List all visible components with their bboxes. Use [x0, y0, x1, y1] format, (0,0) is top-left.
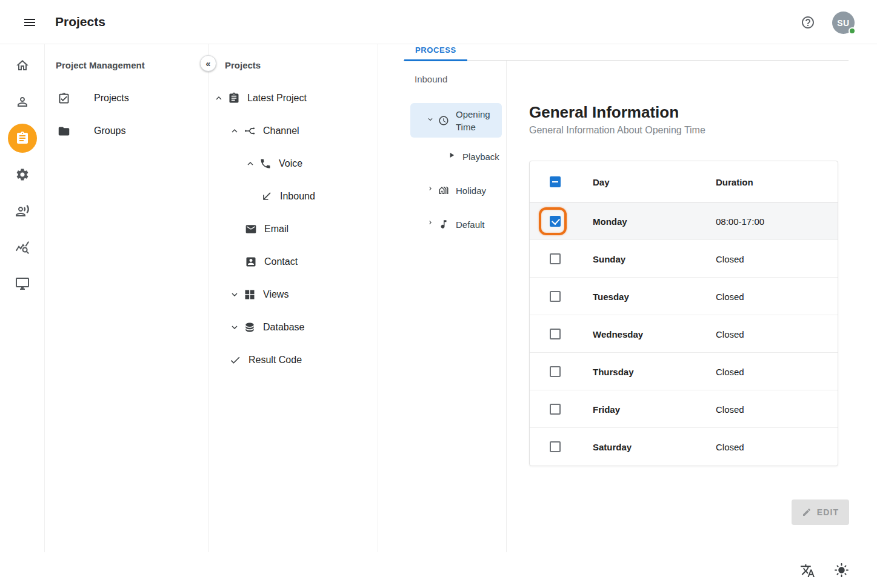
chevron-up-icon[interactable] — [213, 93, 224, 104]
chevron-right-icon[interactable] — [427, 219, 434, 230]
tree-item-channel[interactable]: Channel — [208, 115, 378, 147]
menu-button[interactable] — [22, 15, 37, 30]
day-cell: Thursday — [593, 366, 634, 376]
tree-item-email[interactable]: Email — [208, 213, 378, 246]
tree-item-inbound[interactable]: Inbound — [208, 180, 378, 213]
tree-item-voice[interactable]: Voice — [208, 147, 378, 180]
chevron-down-icon[interactable] — [229, 322, 240, 333]
clipboard-check-icon — [58, 92, 70, 105]
tree-item-latest-project[interactable]: Latest Project — [208, 82, 378, 115]
process-item-label: Opening Time — [456, 108, 497, 133]
process-item-holiday[interactable]: Holiday — [378, 173, 506, 207]
process-item-playback[interactable]: Playback — [378, 139, 506, 173]
contact-card-icon — [245, 256, 257, 268]
person-icon — [15, 95, 30, 109]
row-checkbox[interactable] — [550, 216, 561, 227]
rail-item-statistics[interactable] — [0, 229, 44, 266]
chevron-up-icon[interactable] — [245, 158, 256, 169]
process-item-default[interactable]: Default — [378, 207, 506, 241]
process-item-opening-time[interactable]: Opening Time — [410, 103, 502, 138]
rail-item-projects[interactable] — [0, 120, 44, 156]
holiday-village-icon — [438, 185, 449, 196]
table-row-saturday[interactable]: Saturday Closed — [530, 428, 838, 466]
row-checkbox[interactable] — [550, 329, 561, 339]
duration-cell: Closed — [716, 366, 744, 376]
help-button[interactable] — [801, 15, 815, 30]
table-row-wednesday[interactable]: Wednesday Closed — [530, 315, 838, 353]
tree-item-label: Views — [263, 289, 288, 300]
process-tree-panel: Inbound Opening Time Playback Holiday De… — [378, 61, 507, 552]
chevron-right-icon[interactable] — [427, 185, 434, 196]
tree-item-label: Database — [263, 322, 305, 333]
edit-button[interactable]: EDIT — [792, 499, 849, 525]
section-title: General Information — [529, 103, 679, 122]
tree-item-label: Result Code — [248, 355, 302, 366]
select-all-checkbox[interactable] — [550, 176, 561, 187]
avatar[interactable]: SU — [832, 12, 855, 34]
call-received-icon — [261, 190, 273, 202]
translate-icon — [800, 563, 815, 578]
tree-item-views[interactable]: Views — [208, 278, 378, 311]
branch-icon — [244, 125, 256, 137]
row-checkbox[interactable] — [550, 291, 561, 302]
duration-cell: Closed — [716, 329, 744, 339]
day-cell: Wednesday — [593, 329, 643, 339]
query-stats-icon — [15, 240, 30, 255]
music-note-icon — [438, 219, 449, 230]
translate-button[interactable] — [800, 563, 815, 578]
home-icon — [15, 58, 30, 73]
sidebar-item-label: Groups — [94, 125, 125, 136]
rail-item-voice-agent[interactable] — [0, 193, 44, 229]
rail-item-contacts[interactable] — [0, 84, 44, 120]
chevron-down-icon[interactable] — [229, 289, 240, 300]
main-content: General Information General Information … — [507, 61, 877, 552]
rail-item-monitor[interactable] — [0, 266, 44, 302]
process-item-label: Playback — [462, 150, 499, 163]
row-checkbox[interactable] — [550, 366, 561, 377]
topbar: Projects SU — [0, 0, 877, 44]
tab-process[interactable]: PROCESS — [404, 44, 467, 61]
table-row-thursday[interactable]: Thursday Closed — [530, 353, 838, 390]
day-cell: Monday — [593, 216, 627, 226]
process-item-label: Holiday — [456, 184, 486, 197]
chevron-down-icon[interactable] — [426, 115, 435, 126]
rail-item-home[interactable] — [0, 47, 44, 84]
avatar-initials: SU — [837, 18, 849, 28]
rail-item-settings[interactable] — [0, 156, 44, 193]
collapse-panel-button[interactable]: « — [200, 55, 216, 72]
sidebar-item-projects[interactable]: Projects — [45, 82, 208, 115]
duration-cell: Closed — [716, 253, 744, 264]
monitor-icon — [15, 276, 30, 291]
tree-item-label: Inbound — [280, 191, 315, 202]
brightness-icon — [834, 563, 849, 578]
sidebar-item-groups[interactable]: Groups — [45, 115, 208, 147]
tree-item-label: Email — [264, 224, 288, 235]
brightness-button[interactable] — [834, 563, 849, 578]
tree-item-label: Latest Project — [247, 93, 307, 104]
tree-header: Projects — [225, 60, 261, 70]
process-item-label: Default — [456, 218, 485, 231]
table-row-tuesday[interactable]: Tuesday Closed — [530, 278, 838, 315]
tree-item-label: Voice — [279, 158, 302, 169]
tree-item-database[interactable]: Database — [208, 311, 378, 344]
sidebar-header: Project Management — [56, 60, 145, 70]
day-cell: Saturday — [593, 442, 632, 452]
row-checkbox[interactable] — [550, 253, 561, 264]
table-row-friday[interactable]: Friday Closed — [530, 390, 838, 428]
tree-item-result-code[interactable]: Result Code — [208, 344, 378, 376]
row-checkbox[interactable] — [550, 441, 561, 452]
duration-cell: Closed — [716, 291, 744, 301]
envelope-icon — [245, 223, 257, 235]
database-icon — [244, 321, 256, 333]
online-status-dot — [849, 27, 856, 35]
tree-item-label: Contact — [264, 256, 298, 267]
chevron-up-icon[interactable] — [229, 125, 240, 136]
sidebar-item-label: Projects — [94, 93, 129, 104]
voice-over-icon — [15, 204, 30, 218]
table-row-monday[interactable]: Monday 08:00-17:00 — [530, 202, 838, 240]
table-row-sunday[interactable]: Sunday Closed — [530, 240, 838, 278]
tree-item-contact[interactable]: Contact — [208, 246, 378, 278]
content-region: PROCESS Inbound Opening Time Playback Ho… — [378, 44, 877, 552]
table-header-row: Day Duration — [530, 161, 838, 202]
row-checkbox[interactable] — [550, 404, 561, 415]
